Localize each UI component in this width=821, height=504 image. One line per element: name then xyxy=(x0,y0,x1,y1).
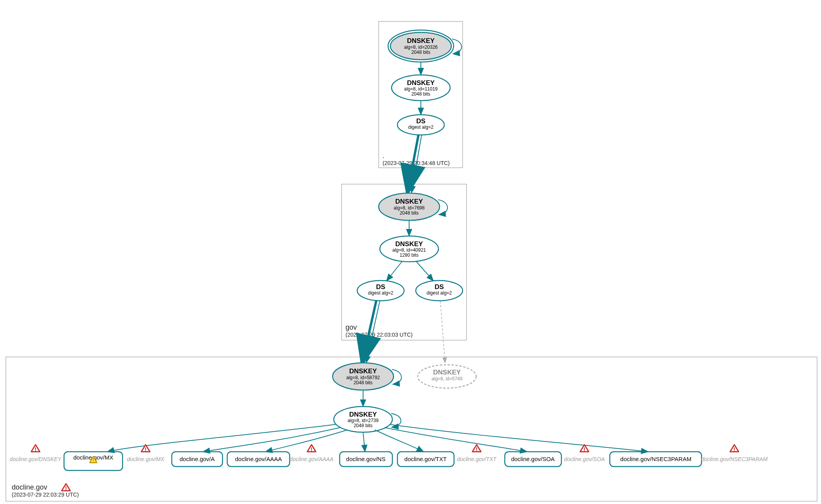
svg-text:docline.gov/AAAA: docline.gov/AAAA xyxy=(290,456,333,462)
svg-text:DNSKEY: DNSKEY xyxy=(349,367,378,375)
svg-text:2048 bits: 2048 bits xyxy=(400,210,419,216)
ghost-txt: ! docline.gov/TXT xyxy=(457,445,497,462)
ghost-soa: ! docline.gov/SOA xyxy=(564,445,605,462)
svg-text:alg=8, id=7698: alg=8, id=7698 xyxy=(394,205,425,211)
svg-text:DNSKEY: DNSKEY xyxy=(395,198,424,205)
root-ksk[interactable]: DNSKEY alg=8, id=20326 2048 bits xyxy=(388,30,454,62)
gov-ksk[interactable]: DNSKEY alg=8, id=7698 2048 bits xyxy=(379,193,440,220)
svg-text:2048 bits: 2048 bits xyxy=(354,423,373,428)
root-zsk[interactable]: DNSKEY alg=8, id=11019 2048 bits xyxy=(392,75,450,101)
rr-soa[interactable]: docline.gov/SOA xyxy=(505,452,561,467)
svg-text:docline.gov/DNSKEY: docline.gov/DNSKEY xyxy=(10,456,62,462)
svg-text:docline.gov/NS: docline.gov/NS xyxy=(346,456,386,462)
root-ds[interactable]: DS digest alg=2 xyxy=(397,115,444,135)
zone-root-name: . xyxy=(383,152,385,160)
svg-text:!: ! xyxy=(734,446,736,453)
svg-text:DNSKEY: DNSKEY xyxy=(407,37,435,44)
rr-a[interactable]: docline.gov/A xyxy=(172,452,223,467)
svg-text:digest alg=2: digest alg=2 xyxy=(368,290,393,296)
edge-gov-zsk-ds2 xyxy=(416,261,433,281)
zone-docline-warning: ! xyxy=(62,484,70,492)
svg-text:docline.gov/AAAA: docline.gov/AAAA xyxy=(235,456,282,462)
ghost-nsec3: ! docline.gov/NSEC3PARAM xyxy=(701,445,768,462)
svg-text:!: ! xyxy=(65,485,67,492)
zone-gov-name: gov xyxy=(345,323,357,331)
gov-zsk[interactable]: DNSKEY alg=8, id=40921 1280 bits xyxy=(380,236,438,262)
dnssec-graph: . (2023-07-29 20:34:48 UTC) gov (2023-07… xyxy=(0,0,821,504)
svg-text:!: ! xyxy=(311,446,313,453)
svg-text:digest alg=2: digest alg=2 xyxy=(408,124,433,130)
svg-text:docline.gov/A: docline.gov/A xyxy=(180,456,215,462)
svg-text:docline.gov/TXT: docline.gov/TXT xyxy=(404,456,447,462)
svg-text:!: ! xyxy=(145,446,147,453)
rr-nsec3[interactable]: docline.gov/NSEC3PARAM xyxy=(610,452,702,467)
svg-text:!: ! xyxy=(476,446,478,453)
svg-text:alg=8, id=11019: alg=8, id=11019 xyxy=(404,86,438,92)
rr-aaaa[interactable]: docline.gov/AAAA xyxy=(227,452,290,467)
svg-text:docline.gov/SOA: docline.gov/SOA xyxy=(564,456,605,462)
svg-text:digest alg=2: digest alg=2 xyxy=(426,290,452,296)
zone-docline-name: docline.gov xyxy=(12,483,47,491)
svg-text:docline.gov/NSEC3PARAM: docline.gov/NSEC3PARAM xyxy=(620,456,691,462)
docline-zsk[interactable]: DNSKEY alg=8, id=2739 2048 bits xyxy=(334,406,392,432)
zone-docline-box xyxy=(6,357,817,501)
svg-text:alg=8, id=58792: alg=8, id=58792 xyxy=(346,375,380,380)
svg-text:DNSKEY: DNSKEY xyxy=(349,411,378,418)
docline-ksk[interactable]: DNSKEY alg=8, id=58792 2048 bits xyxy=(333,363,394,390)
svg-text:docline.gov/MX: docline.gov/MX xyxy=(127,456,164,462)
svg-text:2048 bits: 2048 bits xyxy=(411,50,431,55)
svg-text:alg=8, id=20326: alg=8, id=20326 xyxy=(404,44,438,50)
svg-text:docline.gov/NSEC3PARAM: docline.gov/NSEC3PARAM xyxy=(701,456,768,462)
edge-gov-zsk-ds1 xyxy=(386,261,402,281)
svg-text:DS: DS xyxy=(376,283,385,291)
gov-ds2[interactable]: DS digest alg=2 xyxy=(416,280,463,301)
svg-text:DNSKEY: DNSKEY xyxy=(407,79,435,87)
zone-gov-ts: (2023-07-29 22:03:03 UTC) xyxy=(345,332,413,338)
svg-text:2048 bits: 2048 bits xyxy=(354,380,373,385)
svg-text:!: ! xyxy=(584,446,586,453)
svg-text:docline.gov/SOA: docline.gov/SOA xyxy=(511,456,555,462)
rr-mx[interactable]: docline.gov/MX ! xyxy=(64,452,123,470)
zone-docline-ts: (2023-07-29 22:03:29 UTC) xyxy=(12,492,79,498)
svg-text:!: ! xyxy=(93,457,94,463)
gov-ds1[interactable]: DS digest alg=2 xyxy=(357,280,404,301)
svg-text:DNSKEY: DNSKEY xyxy=(395,240,424,248)
ghost-dnskey: ! docline.gov/DNSKEY xyxy=(10,445,62,462)
svg-text:alg=8, id=2739: alg=8, id=2739 xyxy=(347,418,379,423)
svg-text:docline.gov/TXT: docline.gov/TXT xyxy=(457,456,497,462)
docline-grey-dnskey[interactable]: DNSKEY alg=8, id=5749 xyxy=(418,365,476,388)
ghost-aaaa: ! docline.gov/AAAA xyxy=(290,445,333,462)
svg-text:2048 bits: 2048 bits xyxy=(411,91,431,97)
svg-text:alg=8, id=40921: alg=8, id=40921 xyxy=(392,247,426,253)
svg-text:!: ! xyxy=(35,446,37,453)
svg-text:DNSKEY: DNSKEY xyxy=(433,369,461,376)
svg-text:alg=8, id=5749: alg=8, id=5749 xyxy=(431,376,463,382)
rr-txt[interactable]: docline.gov/TXT xyxy=(397,452,454,467)
edge-gov-ds2-grey xyxy=(440,301,445,363)
rr-ns[interactable]: docline.gov/NS xyxy=(340,452,392,467)
svg-text:DS: DS xyxy=(435,283,444,291)
svg-text:DS: DS xyxy=(416,117,426,125)
svg-text:1280 bits: 1280 bits xyxy=(400,252,419,258)
